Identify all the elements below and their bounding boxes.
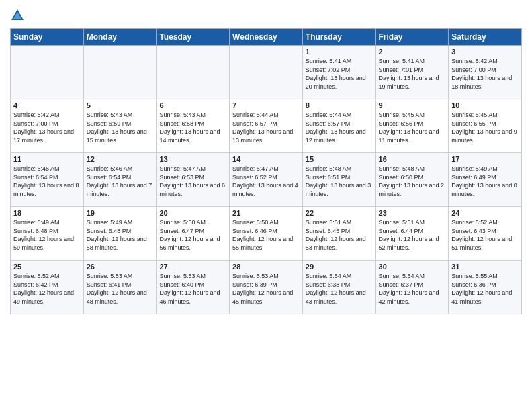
day-number: 9 <box>379 101 446 109</box>
day-info: Sunrise: 5:51 AMSunset: 6:45 PMDaylight:… <box>306 218 373 252</box>
day-number: 28 <box>232 263 300 271</box>
calendar-cell <box>11 46 84 99</box>
calendar-cell: 19 Sunrise: 5:49 AMSunset: 6:48 PMDaylig… <box>83 207 157 261</box>
day-number: 14 <box>232 155 300 163</box>
day-number: 12 <box>87 155 154 163</box>
day-info: Sunrise: 5:54 AMSunset: 6:38 PMDaylight:… <box>306 272 373 306</box>
calendar-cell: 24 Sunrise: 5:52 AMSunset: 6:43 PMDaylig… <box>449 207 522 261</box>
day-number: 13 <box>159 155 226 163</box>
day-info: Sunrise: 5:54 AMSunset: 6:37 PMDaylight:… <box>379 272 446 306</box>
calendar-cell: 31 Sunrise: 5:55 AMSunset: 6:36 PMDaylig… <box>449 261 522 314</box>
weekday-header-saturday: Saturday <box>449 29 522 46</box>
calendar-cell: 8 Sunrise: 5:44 AMSunset: 6:57 PMDayligh… <box>302 99 375 153</box>
weekday-header-wednesday: Wednesday <box>230 29 303 46</box>
calendar-cell: 21 Sunrise: 5:50 AMSunset: 6:46 PMDaylig… <box>230 207 303 261</box>
day-number: 4 <box>13 101 81 109</box>
day-number: 6 <box>159 101 226 109</box>
day-info: Sunrise: 5:42 AMSunset: 7:00 PMDaylight:… <box>13 111 81 144</box>
logo <box>10 7 28 23</box>
day-info: Sunrise: 5:49 AMSunset: 6:49 PMDaylight:… <box>451 165 519 198</box>
day-info: Sunrise: 5:49 AMSunset: 6:48 PMDaylight:… <box>13 218 81 252</box>
day-number: 21 <box>232 209 300 217</box>
day-number: 31 <box>451 263 519 271</box>
calendar-cell: 2 Sunrise: 5:41 AMSunset: 7:01 PMDayligh… <box>375 46 449 99</box>
calendar-cell: 27 Sunrise: 5:53 AMSunset: 6:40 PMDaylig… <box>157 261 230 314</box>
day-number: 3 <box>451 48 519 56</box>
calendar-cell <box>83 46 157 99</box>
weekday-header-sunday: Sunday <box>11 29 84 46</box>
week-row-3: 11 Sunrise: 5:46 AMSunset: 6:54 PMDaylig… <box>11 153 522 207</box>
day-info: Sunrise: 5:46 AMSunset: 6:54 PMDaylight:… <box>87 165 154 198</box>
calendar-cell: 9 Sunrise: 5:45 AMSunset: 6:56 PMDayligh… <box>375 99 449 153</box>
day-number: 30 <box>379 263 446 271</box>
day-info: Sunrise: 5:50 AMSunset: 6:47 PMDaylight:… <box>159 218 226 252</box>
day-number: 26 <box>87 263 154 271</box>
day-number: 11 <box>13 155 81 163</box>
calendar-cell: 25 Sunrise: 5:52 AMSunset: 6:42 PMDaylig… <box>11 261 84 314</box>
day-info: Sunrise: 5:52 AMSunset: 6:42 PMDaylight:… <box>13 272 81 306</box>
day-info: Sunrise: 5:55 AMSunset: 6:36 PMDaylight:… <box>451 272 519 306</box>
week-row-2: 4 Sunrise: 5:42 AMSunset: 7:00 PMDayligh… <box>11 99 522 153</box>
week-row-1: 1 Sunrise: 5:41 AMSunset: 7:02 PMDayligh… <box>11 46 522 99</box>
calendar-cell: 13 Sunrise: 5:47 AMSunset: 6:53 PMDaylig… <box>157 153 230 207</box>
calendar-cell: 5 Sunrise: 5:43 AMSunset: 6:59 PMDayligh… <box>83 99 157 153</box>
weekday-header-row: SundayMondayTuesdayWednesdayThursdayFrid… <box>11 29 522 46</box>
calendar-cell: 4 Sunrise: 5:42 AMSunset: 7:00 PMDayligh… <box>11 99 84 153</box>
day-info: Sunrise: 5:46 AMSunset: 6:54 PMDaylight:… <box>13 165 81 198</box>
page-container: SundayMondayTuesdayWednesdayThursdayFrid… <box>0 0 532 318</box>
calendar-cell <box>230 46 303 99</box>
day-info: Sunrise: 5:42 AMSunset: 7:00 PMDaylight:… <box>451 57 519 91</box>
calendar-cell: 12 Sunrise: 5:46 AMSunset: 6:54 PMDaylig… <box>83 153 157 207</box>
day-info: Sunrise: 5:49 AMSunset: 6:48 PMDaylight:… <box>87 218 154 252</box>
weekday-header-thursday: Thursday <box>302 29 375 46</box>
calendar-cell: 7 Sunrise: 5:44 AMSunset: 6:57 PMDayligh… <box>230 99 303 153</box>
day-number: 20 <box>159 209 226 217</box>
calendar-cell: 26 Sunrise: 5:53 AMSunset: 6:41 PMDaylig… <box>83 261 157 314</box>
week-row-4: 18 Sunrise: 5:49 AMSunset: 6:48 PMDaylig… <box>11 207 522 261</box>
calendar-cell: 6 Sunrise: 5:43 AMSunset: 6:58 PMDayligh… <box>157 99 230 153</box>
day-info: Sunrise: 5:41 AMSunset: 7:01 PMDaylight:… <box>379 57 446 91</box>
week-row-5: 25 Sunrise: 5:52 AMSunset: 6:42 PMDaylig… <box>11 261 522 314</box>
day-number: 22 <box>306 209 373 217</box>
calendar-cell: 22 Sunrise: 5:51 AMSunset: 6:45 PMDaylig… <box>302 207 375 261</box>
day-number: 1 <box>306 48 373 56</box>
calendar-cell: 30 Sunrise: 5:54 AMSunset: 6:37 PMDaylig… <box>375 261 449 314</box>
day-info: Sunrise: 5:45 AMSunset: 6:56 PMDaylight:… <box>379 111 446 144</box>
day-info: Sunrise: 5:51 AMSunset: 6:44 PMDaylight:… <box>379 218 446 252</box>
day-info: Sunrise: 5:47 AMSunset: 6:53 PMDaylight:… <box>159 165 226 198</box>
day-number: 17 <box>451 155 519 163</box>
day-info: Sunrise: 5:53 AMSunset: 6:41 PMDaylight:… <box>87 272 154 306</box>
day-number: 29 <box>306 263 373 271</box>
day-info: Sunrise: 5:47 AMSunset: 6:52 PMDaylight:… <box>232 165 300 198</box>
day-number: 5 <box>87 101 154 109</box>
calendar-cell: 14 Sunrise: 5:47 AMSunset: 6:52 PMDaylig… <box>230 153 303 207</box>
day-number: 2 <box>379 48 446 56</box>
day-number: 10 <box>451 101 519 109</box>
day-number: 24 <box>451 209 519 217</box>
day-info: Sunrise: 5:52 AMSunset: 6:43 PMDaylight:… <box>451 218 519 252</box>
day-info: Sunrise: 5:50 AMSunset: 6:46 PMDaylight:… <box>232 218 300 252</box>
day-number: 15 <box>306 155 373 163</box>
day-info: Sunrise: 5:45 AMSunset: 6:55 PMDaylight:… <box>451 111 519 144</box>
calendar-cell: 28 Sunrise: 5:53 AMSunset: 6:39 PMDaylig… <box>230 261 303 314</box>
day-number: 23 <box>379 209 446 217</box>
day-info: Sunrise: 5:53 AMSunset: 6:40 PMDaylight:… <box>159 272 226 306</box>
calendar-cell: 3 Sunrise: 5:42 AMSunset: 7:00 PMDayligh… <box>449 46 522 99</box>
calendar-cell: 18 Sunrise: 5:49 AMSunset: 6:48 PMDaylig… <box>11 207 84 261</box>
day-info: Sunrise: 5:44 AMSunset: 6:57 PMDaylight:… <box>306 111 373 144</box>
calendar-cell: 29 Sunrise: 5:54 AMSunset: 6:38 PMDaylig… <box>302 261 375 314</box>
day-number: 19 <box>87 209 154 217</box>
day-info: Sunrise: 5:53 AMSunset: 6:39 PMDaylight:… <box>232 272 300 306</box>
calendar-cell: 11 Sunrise: 5:46 AMSunset: 6:54 PMDaylig… <box>11 153 84 207</box>
day-info: Sunrise: 5:43 AMSunset: 6:59 PMDaylight:… <box>87 111 154 144</box>
calendar-table: SundayMondayTuesdayWednesdayThursdayFrid… <box>10 28 522 314</box>
weekday-header-friday: Friday <box>375 29 449 46</box>
day-info: Sunrise: 5:41 AMSunset: 7:02 PMDaylight:… <box>306 57 373 91</box>
day-number: 8 <box>306 101 373 109</box>
day-number: 25 <box>13 263 81 271</box>
weekday-header-monday: Monday <box>83 29 157 46</box>
calendar-cell <box>157 46 230 99</box>
day-info: Sunrise: 5:43 AMSunset: 6:58 PMDaylight:… <box>159 111 226 144</box>
calendar-cell: 1 Sunrise: 5:41 AMSunset: 7:02 PMDayligh… <box>302 46 375 99</box>
day-number: 27 <box>159 263 226 271</box>
